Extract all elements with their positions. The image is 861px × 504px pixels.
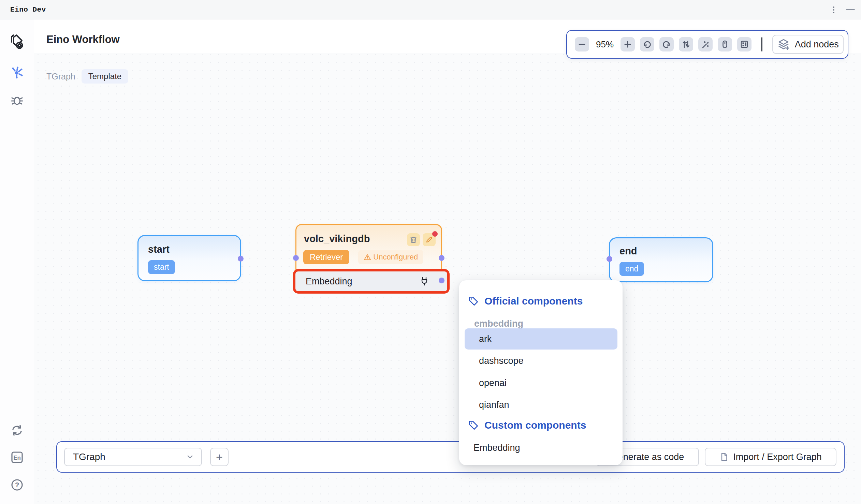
- sidebar-item-sync-icon[interactable]: [10, 423, 24, 437]
- node-volc-input-handle[interactable]: [293, 255, 299, 261]
- node-volc-title: volc_vikingdb: [304, 233, 370, 244]
- node-end-title: end: [619, 246, 637, 257]
- sidebar-item-debug-bug-icon[interactable]: [10, 93, 24, 107]
- add-graph-button[interactable]: +: [210, 448, 229, 466]
- menu-item-dashscope[interactable]: dashscope: [479, 356, 524, 366]
- window-controls: [830, 0, 855, 19]
- unconfigured-notification-dot: [432, 231, 438, 237]
- auto-layout-button[interactable]: [679, 37, 693, 52]
- minimap-button[interactable]: [737, 37, 752, 52]
- sidebar: En ?: [0, 19, 34, 504]
- menu-item-ark[interactable]: ark: [465, 328, 617, 350]
- sidebar-item-language-icon[interactable]: En: [10, 450, 25, 465]
- app-root: Eino Dev: [0, 0, 861, 504]
- graph-select-value: TGraph: [73, 451, 106, 462]
- graph-select-dropdown[interactable]: TGraph: [64, 448, 202, 466]
- app-logo-icon[interactable]: [8, 32, 26, 52]
- magic-wand-button[interactable]: [698, 37, 713, 52]
- layers-icon: [777, 38, 790, 51]
- embedding-group-label: embedding: [474, 319, 523, 329]
- sidebar-item-workflow-graph-icon[interactable]: [10, 66, 24, 79]
- page-title: Eino Workflow: [46, 33, 120, 46]
- trash-icon: [409, 236, 418, 244]
- add-nodes-button[interactable]: Add nodes: [772, 35, 844, 54]
- app-title: Eino Dev: [10, 6, 46, 14]
- breadcrumb: TGraph Template: [46, 69, 128, 84]
- chevron-down-icon: [186, 452, 194, 461]
- menu-item-custom-embedding[interactable]: Embedding: [474, 443, 520, 453]
- node-end-type-badge: end: [619, 262, 644, 276]
- svg-text:?: ?: [15, 481, 19, 489]
- embedding-slot-label: Embedding: [306, 276, 352, 287]
- node-end[interactable]: end end: [609, 237, 713, 282]
- minimize-icon[interactable]: [846, 9, 855, 10]
- edit-node-button[interactable]: [423, 233, 436, 246]
- delete-node-button[interactable]: [407, 233, 420, 246]
- undo-button[interactable]: [640, 37, 654, 52]
- tag-icon: [468, 420, 479, 431]
- file-icon: [720, 452, 729, 462]
- embedding-slot-selected[interactable]: Embedding: [293, 269, 450, 294]
- titlebar: Eino Dev: [0, 0, 861, 19]
- embedding-slot-handle[interactable]: [439, 278, 445, 283]
- node-start-output-handle[interactable]: [238, 256, 244, 262]
- custom-components-header: Custom components: [468, 419, 586, 431]
- kebab-menu-icon[interactable]: [830, 5, 837, 15]
- canvas-toolbar: 95%: [566, 30, 848, 59]
- node-volc-type-badge: Retriever: [303, 250, 349, 264]
- toolbar-divider: [761, 37, 762, 52]
- menu-item-openai[interactable]: openai: [479, 378, 507, 388]
- official-components-header: Official components: [468, 295, 583, 307]
- sidebar-item-help-icon[interactable]: ?: [10, 478, 24, 492]
- warning-icon: [364, 253, 371, 261]
- plug-icon: [419, 276, 429, 286]
- node-volc-output-handle[interactable]: [439, 255, 445, 261]
- tag-icon: [468, 296, 479, 307]
- node-start-type-badge: start: [148, 260, 175, 274]
- node-start-title: start: [148, 244, 169, 255]
- node-end-input-handle[interactable]: [606, 256, 612, 262]
- component-picker-menu: Official components embedding ark dashsc…: [459, 280, 623, 465]
- template-badge: Template: [82, 69, 128, 84]
- zoom-level: 95%: [594, 39, 615, 50]
- import-export-graph-button[interactable]: Import / Export Graph: [705, 448, 836, 466]
- node-volc-vikingdb[interactable]: volc_vikingdb Retriever Unconfigured: [296, 224, 442, 292]
- import-export-label: Import / Export Graph: [733, 452, 822, 462]
- zoom-in-button[interactable]: [620, 37, 635, 52]
- bottom-bar: TGraph + Generate as code Import / Expor…: [56, 441, 845, 473]
- zoom-out-button[interactable]: [575, 37, 589, 52]
- menu-item-qianfan[interactable]: qianfan: [479, 400, 509, 410]
- mouse-mode-button[interactable]: [718, 37, 732, 52]
- node-volc-status-badge: Unconfigured: [358, 250, 423, 264]
- add-nodes-label: Add nodes: [795, 39, 839, 50]
- pencil-icon: [425, 236, 433, 244]
- redo-button[interactable]: [659, 37, 674, 52]
- node-start[interactable]: start start: [137, 235, 241, 281]
- svg-text:En: En: [13, 454, 21, 461]
- breadcrumb-graph-name: TGraph: [46, 72, 76, 82]
